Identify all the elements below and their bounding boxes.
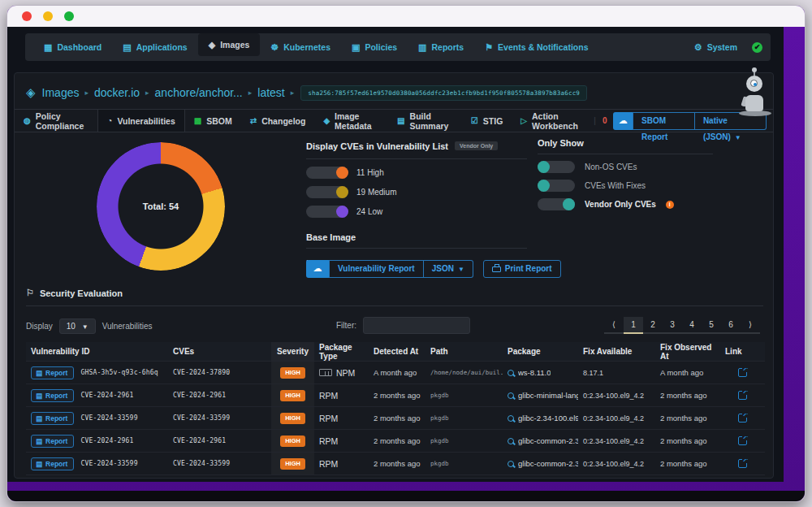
breadcrumb-item-anchore-anchor[interactable]: anchore/anchor... xyxy=(155,86,243,99)
report-button[interactable]: ▤Report xyxy=(31,366,74,379)
nav-item-policies[interactable]: ▣ Policies xyxy=(341,33,408,61)
report-icon: ▤ xyxy=(36,460,42,468)
report-button[interactable]: ▤Report xyxy=(31,389,74,402)
table-row: ▤Report GHSA-3h5v-q93c-6h6q CVE-2024-378… xyxy=(26,362,765,384)
report-button[interactable]: ▤Report xyxy=(31,435,74,448)
package-cell[interactable]: glibc-common-2.34-10 xyxy=(503,436,578,445)
external-link-icon[interactable] xyxy=(738,459,747,468)
breadcrumb-separator: ▸ xyxy=(248,89,253,97)
tab-sbom[interactable]: ▩ SBOM xyxy=(185,110,241,132)
content-panel: ◈ Images▸ docker.io▸ anchore/anchor...▸ … xyxy=(14,72,774,479)
page-button-6[interactable]: 6 xyxy=(721,317,741,332)
severity-toggle-medium[interactable] xyxy=(306,186,348,198)
vulnerability-report-button[interactable]: Vulnerability Report xyxy=(329,260,424,278)
nav-item-reports[interactable]: ▥ Reports xyxy=(408,33,474,61)
column-header-fix-observed-at[interactable]: Fix Observed At xyxy=(655,343,720,361)
report-button[interactable]: ▤Report xyxy=(31,412,74,425)
toggle-vendor-only-cves[interactable] xyxy=(538,198,575,210)
prev-page-button[interactable]: ⟨ xyxy=(604,317,624,332)
external-link-icon[interactable] xyxy=(738,414,747,422)
print-report-button[interactable]: Print Report xyxy=(483,260,561,278)
column-header-severity[interactable]: Severity xyxy=(271,342,314,361)
tab-image-metadata[interactable]: ◈ Image Metadata xyxy=(314,110,388,132)
close-window-icon[interactable] xyxy=(22,11,32,21)
column-header-package[interactable]: Package xyxy=(503,347,578,356)
breadcrumb-item-docker-io[interactable]: docker.io xyxy=(94,86,140,99)
tab-build-summary[interactable]: ▤ Build Summary xyxy=(388,110,462,132)
mascot-antenna xyxy=(754,71,755,76)
nav-item-events-notifications[interactable]: ⚑ Events & Notifications xyxy=(474,33,598,61)
next-page-button[interactable]: ⟩ xyxy=(741,317,760,332)
fix-available-cell: 0:2.34-100.el9_4.2 xyxy=(578,460,655,468)
link-cell xyxy=(720,391,765,400)
page-size-select[interactable]: 10 ▼ xyxy=(59,318,96,334)
nav-item-kubernetes[interactable]: ☸ Kubernetes xyxy=(260,33,341,61)
path-cell: pkgdb xyxy=(425,414,503,422)
package-cell[interactable]: ws-8.11.0 xyxy=(503,368,578,377)
link-cell xyxy=(720,368,765,377)
legend-row-high: 11 High xyxy=(306,167,527,179)
report-icon: ▤ xyxy=(36,369,42,377)
column-header-vulnerability-id[interactable]: Vulnerability ID xyxy=(26,347,168,356)
download-cloud-icon[interactable]: ☁ xyxy=(306,260,329,278)
package-cell[interactable]: glibc-2.34-100.el9 xyxy=(503,414,578,422)
severity-toggle-low[interactable] xyxy=(306,206,348,218)
breadcrumb: ◈ Images▸ docker.io▸ anchore/anchor...▸ … xyxy=(15,80,773,106)
image-digest[interactable]: sha256:785f57ed61e9570d0380a056ddfc23eb1… xyxy=(300,85,587,101)
toggle-knob xyxy=(538,180,550,192)
tab-stig[interactable]: ☑ STIG xyxy=(462,110,512,132)
images-icon: ◈ xyxy=(209,33,215,56)
severity-toggle-high[interactable] xyxy=(306,167,348,179)
breadcrumb-item-images[interactable]: Images xyxy=(42,86,80,99)
toggle-non-os-cves[interactable] xyxy=(538,161,575,173)
health-check-icon[interactable]: ✔ xyxy=(752,42,762,53)
column-header-detected-at[interactable]: Detected At xyxy=(369,347,425,356)
breadcrumb-item-latest[interactable]: latest xyxy=(257,86,284,99)
only-show-title: Only Show xyxy=(538,138,713,148)
column-header-fix-available[interactable]: Fix Available xyxy=(578,347,655,356)
column-header-cves[interactable]: CVEs xyxy=(168,347,271,356)
package-cell[interactable]: glibc-minimal-langpack xyxy=(503,391,578,400)
printer-icon xyxy=(492,266,501,272)
breadcrumb-items: Images▸ docker.io▸ anchore/anchor...▸ la… xyxy=(42,86,295,99)
page-button-2[interactable]: 2 xyxy=(643,317,663,332)
severity-cell: HIGH xyxy=(271,407,314,429)
column-header-package-type[interactable]: Package Type xyxy=(314,343,369,361)
severity-donut-chart: Total: 54 xyxy=(97,142,225,271)
column-header-link[interactable]: Link xyxy=(720,347,765,356)
external-link-icon[interactable] xyxy=(738,391,747,400)
cve-id: CVE-2024-2961 xyxy=(168,392,271,399)
nav-item-dashboard[interactable]: ▦ Dashboard xyxy=(33,33,112,61)
tab-policy-compliance[interactable]: ◍ Policy Compliance xyxy=(15,110,97,132)
nav-item-images[interactable]: ◈ Images xyxy=(198,33,261,56)
toggle-cves-with-fixes[interactable] xyxy=(538,180,575,192)
filter-input[interactable] xyxy=(363,317,470,334)
severity-badge: HIGH xyxy=(280,436,305,447)
display-label: Display xyxy=(26,322,53,331)
info-icon[interactable]: i xyxy=(666,201,674,209)
table-row: ▤Report CVE-2024-2961 CVE-2024-2961 HIGH… xyxy=(26,430,765,453)
page-button-5[interactable]: 5 xyxy=(702,317,721,332)
sbom-report-button[interactable]: SBOM Report xyxy=(633,112,695,130)
nav-item-applications[interactable]: ▤ Applications xyxy=(112,33,197,61)
page-button-1[interactable]: 1 xyxy=(624,317,643,334)
page-button-4[interactable]: 4 xyxy=(682,317,702,332)
page-button-3[interactable]: 3 xyxy=(663,317,682,332)
external-link-icon[interactable] xyxy=(738,436,747,445)
tab-action-workbench[interactable]: ▷ Action Workbench xyxy=(512,110,594,132)
minimize-window-icon[interactable] xyxy=(43,11,53,21)
dashboard-icon: ▦ xyxy=(44,33,52,61)
table-header: Vulnerability IDCVEsSeverityPackage Type… xyxy=(26,342,765,362)
column-header-path[interactable]: Path xyxy=(425,347,503,356)
report-button[interactable]: ▤Report xyxy=(31,457,74,470)
json-dropdown[interactable]: JSON▼ xyxy=(424,260,473,278)
download-cloud-icon[interactable]: ☁ xyxy=(613,112,633,130)
tab-changelog[interactable]: ⇄ Changelog xyxy=(241,110,315,132)
external-link-icon[interactable] xyxy=(738,368,747,377)
package-cell[interactable]: glibc-common-2.34-10 xyxy=(503,459,578,468)
tab-vulnerabilities[interactable]: ◔ Vulnerabilities xyxy=(97,110,184,132)
table-controls: Display 10 ▼ Vulnerabilities Filter: ⟨12… xyxy=(26,317,763,336)
anchore-mascot-illustration xyxy=(736,71,775,116)
zoom-window-icon[interactable] xyxy=(64,11,74,21)
nav-item-system[interactable]: ⚙ System xyxy=(691,33,741,61)
